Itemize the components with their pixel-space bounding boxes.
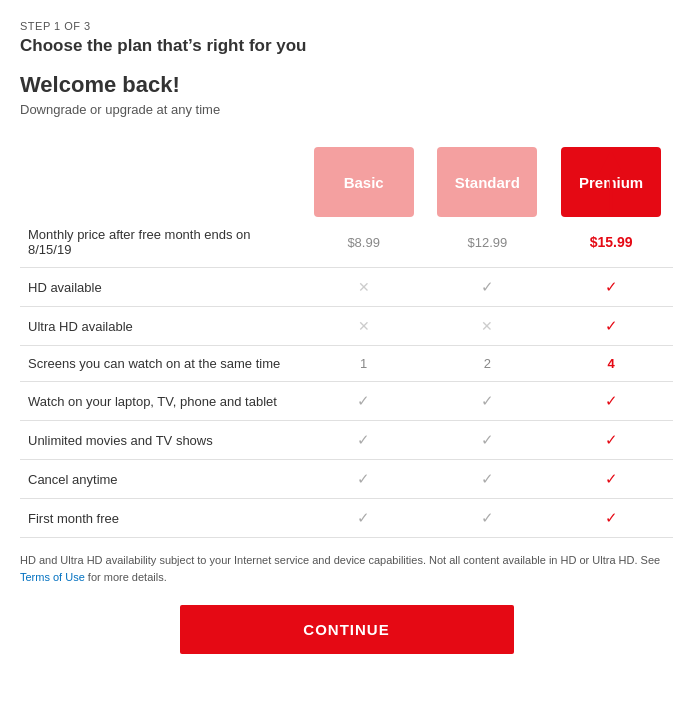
row-basic: 1 (302, 346, 426, 382)
row-label: Unlimited movies and TV shows (20, 421, 302, 460)
row-basic: $8.99 (302, 217, 426, 268)
row-basic: ✓ (302, 460, 426, 499)
row-basic: ✓ (302, 421, 426, 460)
row-basic: ✓ (302, 499, 426, 538)
table-row: Unlimited movies and TV shows✓✓✓ (20, 421, 673, 460)
plan-label-standard: Standard (455, 174, 520, 191)
welcome-title: Welcome back! (20, 72, 673, 98)
main-title: Choose the plan that’s right for you (20, 36, 673, 56)
plan-card-standard[interactable]: Standard (437, 147, 537, 217)
plan-label-basic: Basic (344, 174, 384, 191)
row-label: Cancel anytime (20, 460, 302, 499)
plan-table: Basic Standard Premium Monthly price aft… (20, 137, 673, 538)
table-row: Ultra HD available✕✕✓ (20, 307, 673, 346)
row-premium: ✓ (549, 421, 673, 460)
disclaimer-text1: HD and Ultra HD availability subject to … (20, 554, 660, 566)
row-standard: ✓ (426, 499, 550, 538)
row-premium: ✓ (549, 268, 673, 307)
row-premium: ✓ (549, 307, 673, 346)
row-premium: ✓ (549, 382, 673, 421)
row-label: First month free (20, 499, 302, 538)
continue-button[interactable]: CONTINUE (180, 605, 514, 654)
plan-header-row: Basic Standard Premium (20, 137, 673, 217)
plan-header-basic[interactable]: Basic (302, 137, 426, 217)
row-standard: ✓ (426, 382, 550, 421)
plan-card-basic[interactable]: Basic (314, 147, 414, 217)
row-premium: ✓ (549, 460, 673, 499)
row-standard: ✕ (426, 307, 550, 346)
disclaimer: HD and Ultra HD availability subject to … (20, 552, 673, 585)
row-label: Screens you can watch on at the same tim… (20, 346, 302, 382)
row-basic: ✕ (302, 307, 426, 346)
row-standard: ✓ (426, 421, 550, 460)
terms-of-use-link[interactable]: Terms of Use (20, 571, 85, 583)
row-label: HD available (20, 268, 302, 307)
row-label: Watch on your laptop, TV, phone and tabl… (20, 382, 302, 421)
row-standard: $12.99 (426, 217, 550, 268)
step-label: STEP 1 OF 3 (20, 20, 673, 32)
row-label: Ultra HD available (20, 307, 302, 346)
row-basic: ✕ (302, 268, 426, 307)
row-basic: ✓ (302, 382, 426, 421)
subtitle: Downgrade or upgrade at any time (20, 102, 673, 117)
table-row: Cancel anytime✓✓✓ (20, 460, 673, 499)
table-row: Monthly price after free month ends on 8… (20, 217, 673, 268)
row-standard: 2 (426, 346, 550, 382)
premium-price-cell: $15.99 (549, 217, 673, 268)
table-row: Screens you can watch on at the same tim… (20, 346, 673, 382)
row-standard: ✓ (426, 268, 550, 307)
plan-header-standard[interactable]: Standard (426, 137, 550, 217)
row-label: Monthly price after free month ends on 8… (20, 217, 302, 268)
disclaimer-text2: for more details. (85, 571, 167, 583)
row-premium: 4 (549, 346, 673, 382)
empty-header (20, 137, 302, 217)
table-row: HD available✕✓✓ (20, 268, 673, 307)
table-row: First month free✓✓✓ (20, 499, 673, 538)
row-premium: ✓ (549, 499, 673, 538)
row-standard: ✓ (426, 460, 550, 499)
table-row: Watch on your laptop, TV, phone and tabl… (20, 382, 673, 421)
